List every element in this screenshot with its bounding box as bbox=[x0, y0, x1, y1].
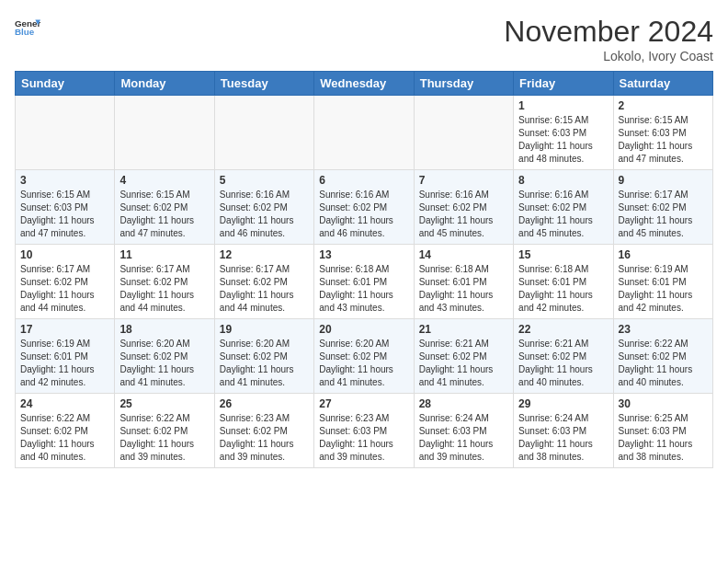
day-info: Sunrise: 6:23 AM Sunset: 6:02 PM Dayligh… bbox=[220, 412, 309, 464]
day-number: 29 bbox=[518, 397, 608, 410]
day-info: Sunrise: 6:16 AM Sunset: 6:02 PM Dayligh… bbox=[518, 189, 608, 240]
calendar-cell: 4Sunrise: 6:15 AM Sunset: 6:02 PM Daylig… bbox=[115, 170, 214, 245]
calendar-cell: 28Sunrise: 6:24 AM Sunset: 6:03 PM Dayli… bbox=[414, 394, 513, 468]
day-info: Sunrise: 6:23 AM Sunset: 6:03 PM Dayligh… bbox=[319, 412, 408, 464]
day-info: Sunrise: 6:18 AM Sunset: 6:01 PM Dayligh… bbox=[419, 263, 508, 315]
svg-text:Blue: Blue bbox=[15, 27, 35, 37]
calendar-cell: 20Sunrise: 6:20 AM Sunset: 6:02 PM Dayli… bbox=[314, 319, 414, 394]
location: Lokolo, Ivory Coast bbox=[504, 49, 713, 63]
day-info: Sunrise: 6:22 AM Sunset: 6:02 PM Dayligh… bbox=[619, 338, 708, 389]
calendar-cell: 19Sunrise: 6:20 AM Sunset: 6:02 PM Dayli… bbox=[214, 319, 313, 394]
day-info: Sunrise: 6:15 AM Sunset: 6:03 PM Dayligh… bbox=[619, 114, 708, 166]
day-number: 17 bbox=[20, 323, 109, 336]
calendar-cell bbox=[214, 96, 313, 170]
weekday-header-row: SundayMondayTuesdayWednesdayThursdayFrid… bbox=[16, 72, 713, 96]
week-row-1: 1Sunrise: 6:15 AM Sunset: 6:03 PM Daylig… bbox=[16, 96, 713, 170]
day-info: Sunrise: 6:19 AM Sunset: 6:01 PM Dayligh… bbox=[619, 263, 708, 315]
day-number: 23 bbox=[619, 323, 708, 336]
day-number: 24 bbox=[20, 397, 109, 410]
calendar-cell: 1Sunrise: 6:15 AM Sunset: 6:03 PM Daylig… bbox=[514, 96, 613, 170]
logo: General Blue bbox=[15, 15, 40, 40]
day-number: 5 bbox=[220, 174, 309, 187]
calendar-cell: 14Sunrise: 6:18 AM Sunset: 6:01 PM Dayli… bbox=[414, 245, 513, 319]
day-info: Sunrise: 6:20 AM Sunset: 6:02 PM Dayligh… bbox=[220, 338, 309, 389]
day-info: Sunrise: 6:25 AM Sunset: 6:03 PM Dayligh… bbox=[619, 412, 708, 464]
day-info: Sunrise: 6:16 AM Sunset: 6:02 PM Dayligh… bbox=[319, 189, 408, 240]
day-number: 18 bbox=[119, 323, 209, 336]
day-number: 14 bbox=[419, 248, 508, 261]
day-number: 13 bbox=[319, 248, 408, 261]
day-number: 12 bbox=[220, 248, 309, 261]
day-number: 19 bbox=[220, 323, 309, 336]
weekday-header-friday: Friday bbox=[514, 72, 613, 96]
day-number: 16 bbox=[619, 248, 708, 261]
calendar-cell: 12Sunrise: 6:17 AM Sunset: 6:02 PM Dayli… bbox=[214, 245, 313, 319]
calendar-cell: 26Sunrise: 6:23 AM Sunset: 6:02 PM Dayli… bbox=[214, 394, 313, 468]
month-title: November 2024 bbox=[504, 15, 713, 49]
day-number: 21 bbox=[419, 323, 508, 336]
calendar-cell: 11Sunrise: 6:17 AM Sunset: 6:02 PM Dayli… bbox=[115, 245, 214, 319]
week-row-3: 10Sunrise: 6:17 AM Sunset: 6:02 PM Dayli… bbox=[16, 245, 713, 319]
calendar-cell: 6Sunrise: 6:16 AM Sunset: 6:02 PM Daylig… bbox=[314, 170, 414, 245]
day-number: 7 bbox=[419, 174, 508, 187]
calendar-cell: 9Sunrise: 6:17 AM Sunset: 6:02 PM Daylig… bbox=[613, 170, 712, 245]
day-info: Sunrise: 6:19 AM Sunset: 6:01 PM Dayligh… bbox=[20, 338, 109, 389]
day-info: Sunrise: 6:22 AM Sunset: 6:02 PM Dayligh… bbox=[20, 412, 109, 464]
calendar-cell: 24Sunrise: 6:22 AM Sunset: 6:02 PM Dayli… bbox=[16, 394, 115, 468]
day-info: Sunrise: 6:20 AM Sunset: 6:02 PM Dayligh… bbox=[119, 338, 209, 389]
day-info: Sunrise: 6:17 AM Sunset: 6:02 PM Dayligh… bbox=[119, 263, 209, 315]
day-info: Sunrise: 6:24 AM Sunset: 6:03 PM Dayligh… bbox=[518, 412, 608, 464]
calendar-cell: 15Sunrise: 6:18 AM Sunset: 6:01 PM Dayli… bbox=[514, 245, 613, 319]
weekday-header-thursday: Thursday bbox=[414, 72, 513, 96]
day-info: Sunrise: 6:15 AM Sunset: 6:02 PM Dayligh… bbox=[119, 189, 209, 240]
calendar-cell: 8Sunrise: 6:16 AM Sunset: 6:02 PM Daylig… bbox=[514, 170, 613, 245]
calendar-cell: 22Sunrise: 6:21 AM Sunset: 6:02 PM Dayli… bbox=[514, 319, 613, 394]
day-info: Sunrise: 6:18 AM Sunset: 6:01 PM Dayligh… bbox=[518, 263, 608, 315]
day-number: 25 bbox=[119, 397, 209, 410]
weekday-header-sunday: Sunday bbox=[16, 72, 115, 96]
day-number: 30 bbox=[619, 397, 708, 410]
calendar-cell: 5Sunrise: 6:16 AM Sunset: 6:02 PM Daylig… bbox=[214, 170, 313, 245]
day-info: Sunrise: 6:16 AM Sunset: 6:02 PM Dayligh… bbox=[419, 189, 508, 240]
weekday-header-saturday: Saturday bbox=[613, 72, 712, 96]
day-number: 1 bbox=[518, 99, 608, 112]
day-info: Sunrise: 6:16 AM Sunset: 6:02 PM Dayligh… bbox=[220, 189, 309, 240]
week-row-5: 24Sunrise: 6:22 AM Sunset: 6:02 PM Dayli… bbox=[16, 394, 713, 468]
calendar-cell: 3Sunrise: 6:15 AM Sunset: 6:03 PM Daylig… bbox=[16, 170, 115, 245]
calendar-cell: 16Sunrise: 6:19 AM Sunset: 6:01 PM Dayli… bbox=[613, 245, 712, 319]
day-number: 4 bbox=[119, 174, 209, 187]
page-header: General Blue November 2024 Lokolo, Ivory… bbox=[15, 15, 713, 63]
day-number: 11 bbox=[119, 248, 209, 261]
week-row-2: 3Sunrise: 6:15 AM Sunset: 6:03 PM Daylig… bbox=[16, 170, 713, 245]
calendar-cell: 2Sunrise: 6:15 AM Sunset: 6:03 PM Daylig… bbox=[613, 96, 712, 170]
calendar-cell: 29Sunrise: 6:24 AM Sunset: 6:03 PM Dayli… bbox=[514, 394, 613, 468]
weekday-header-wednesday: Wednesday bbox=[314, 72, 414, 96]
calendar-cell: 23Sunrise: 6:22 AM Sunset: 6:02 PM Dayli… bbox=[613, 319, 712, 394]
calendar-cell: 17Sunrise: 6:19 AM Sunset: 6:01 PM Dayli… bbox=[16, 319, 115, 394]
calendar-cell: 30Sunrise: 6:25 AM Sunset: 6:03 PM Dayli… bbox=[613, 394, 712, 468]
day-number: 10 bbox=[20, 248, 109, 261]
day-info: Sunrise: 6:17 AM Sunset: 6:02 PM Dayligh… bbox=[619, 189, 708, 240]
calendar-cell: 27Sunrise: 6:23 AM Sunset: 6:03 PM Dayli… bbox=[314, 394, 414, 468]
weekday-header-tuesday: Tuesday bbox=[214, 72, 313, 96]
calendar-cell: 18Sunrise: 6:20 AM Sunset: 6:02 PM Dayli… bbox=[115, 319, 214, 394]
day-number: 2 bbox=[619, 99, 708, 112]
calendar-cell: 7Sunrise: 6:16 AM Sunset: 6:02 PM Daylig… bbox=[414, 170, 513, 245]
calendar-cell: 10Sunrise: 6:17 AM Sunset: 6:02 PM Dayli… bbox=[16, 245, 115, 319]
day-number: 26 bbox=[220, 397, 309, 410]
calendar-cell: 13Sunrise: 6:18 AM Sunset: 6:01 PM Dayli… bbox=[314, 245, 414, 319]
day-number: 6 bbox=[319, 174, 408, 187]
day-number: 20 bbox=[319, 323, 408, 336]
day-info: Sunrise: 6:22 AM Sunset: 6:02 PM Dayligh… bbox=[119, 412, 209, 464]
day-number: 28 bbox=[419, 397, 508, 410]
day-info: Sunrise: 6:18 AM Sunset: 6:01 PM Dayligh… bbox=[319, 263, 408, 315]
day-info: Sunrise: 6:20 AM Sunset: 6:02 PM Dayligh… bbox=[319, 338, 408, 389]
day-number: 22 bbox=[518, 323, 608, 336]
day-info: Sunrise: 6:21 AM Sunset: 6:02 PM Dayligh… bbox=[518, 338, 608, 389]
calendar-cell bbox=[414, 96, 513, 170]
calendar: SundayMondayTuesdayWednesdayThursdayFrid… bbox=[15, 71, 713, 468]
weekday-header-monday: Monday bbox=[115, 72, 214, 96]
day-number: 9 bbox=[619, 174, 708, 187]
calendar-cell bbox=[16, 96, 115, 170]
day-number: 3 bbox=[20, 174, 109, 187]
